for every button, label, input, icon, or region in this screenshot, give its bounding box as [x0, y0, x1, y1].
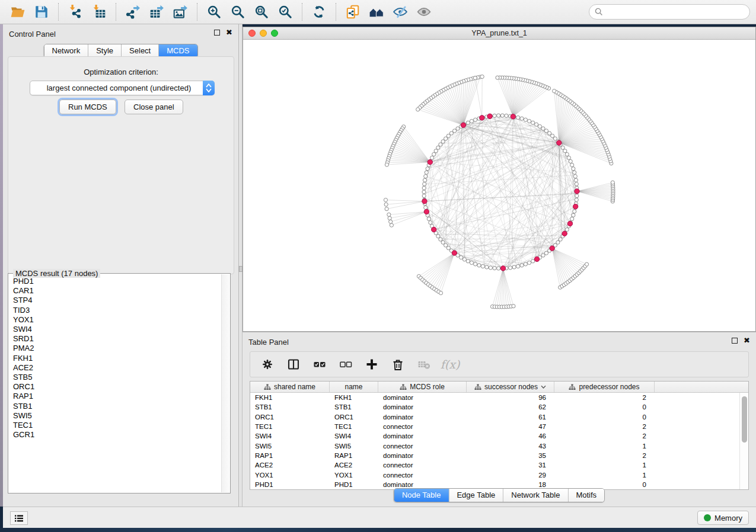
graph-hub-node[interactable] [452, 251, 457, 255]
mcds-result-item[interactable]: CAR1 [13, 286, 221, 296]
mcds-list-scrollbar[interactable] [221, 274, 229, 492]
graph-node[interactable] [573, 171, 576, 174]
mcds-result-item[interactable]: TID3 [13, 306, 221, 315]
graph-hub-node[interactable] [557, 140, 562, 145]
graph-node[interactable] [575, 194, 579, 198]
graph-node[interactable] [516, 116, 520, 119]
graph-node[interactable] [385, 163, 388, 166]
first-neighbors-button[interactable] [365, 2, 388, 22]
column-header-name[interactable]: name [330, 382, 378, 392]
table-row[interactable]: SWI4SWI4dominator462 [250, 431, 739, 441]
graph-node[interactable] [535, 123, 538, 126]
graph-node[interactable] [574, 178, 578, 182]
graph-node[interactable] [452, 129, 456, 133]
graph-node[interactable] [385, 207, 388, 211]
column-header-MCDS-role[interactable]: MCDS role [378, 382, 467, 392]
column-header-predecessor-nodes[interactable]: predecessor nodes [554, 382, 655, 392]
table-row[interactable]: ORC1ORC1dominator610 [250, 412, 739, 422]
graph-node[interactable] [548, 132, 551, 135]
graph-node[interactable] [565, 152, 569, 156]
graph-node[interactable] [573, 210, 576, 213]
graph-node[interactable] [585, 262, 588, 266]
graph-node[interactable] [500, 114, 504, 117]
graph-node[interactable] [516, 264, 520, 268]
tab-network[interactable]: Network [44, 44, 88, 57]
graph-node[interactable] [512, 265, 516, 269]
graph-node[interactable] [426, 167, 429, 171]
table-row[interactable]: ACE2ACE2connector311 [250, 460, 739, 470]
mcds-result-item[interactable]: STP4 [13, 296, 221, 305]
graph-node[interactable] [527, 119, 531, 123]
graph-node[interactable] [432, 152, 436, 156]
column-header-shared-name[interactable]: shared name [250, 382, 330, 392]
graph-node[interactable] [387, 213, 391, 216]
table-scrollbar[interactable] [739, 393, 748, 489]
hide-selected-button[interactable] [388, 2, 412, 22]
graph-hub-node[interactable] [511, 114, 515, 119]
column-header-successor-nodes[interactable]: successor nodes [467, 382, 554, 392]
graph-node[interactable] [570, 163, 574, 166]
select-all-rows-button[interactable] [311, 354, 328, 374]
zoom-selected-button[interactable] [273, 2, 297, 22]
mcds-result-item[interactable]: STB1 [13, 402, 221, 411]
graph-node[interactable] [462, 258, 466, 261]
mcds-result-item[interactable]: ACE2 [13, 363, 221, 373]
mcds-result-item[interactable]: PMA2 [13, 344, 221, 353]
mcds-result-item[interactable]: YOX1 [13, 315, 221, 325]
graph-node[interactable] [567, 156, 570, 159]
float-panel-icon[interactable] [214, 30, 220, 36]
graph-node[interactable] [389, 220, 393, 223]
memory-button[interactable]: Memory [697, 511, 749, 525]
graph-node[interactable] [430, 156, 434, 159]
table-row[interactable]: STB1STB1dominator620 [250, 402, 739, 412]
graph-node[interactable] [493, 267, 496, 270]
graph-node[interactable] [474, 262, 477, 266]
tab-style[interactable]: Style [88, 44, 122, 57]
mcds-result-item[interactable]: FKH1 [13, 354, 221, 363]
graph-node[interactable] [527, 261, 531, 264]
tab-network-table[interactable]: Network Table [503, 489, 568, 502]
graph-hub-node[interactable] [487, 114, 492, 118]
graph-node[interactable] [480, 75, 484, 78]
graph-node[interactable] [497, 267, 500, 270]
save-session-button[interactable] [30, 2, 53, 22]
mcds-result-item[interactable]: ORC1 [13, 382, 221, 392]
add-column-button[interactable] [363, 354, 381, 374]
import-network-button[interactable] [63, 2, 87, 22]
graph-node[interactable] [575, 198, 578, 201]
graph-node[interactable] [439, 291, 442, 295]
graph-node[interactable] [477, 264, 481, 267]
mcds-result-item[interactable]: GCR1 [13, 430, 221, 440]
graph-node[interactable] [427, 217, 430, 220]
tab-motifs[interactable]: Motifs [568, 489, 604, 502]
graph-node[interactable] [572, 167, 575, 171]
graph-node[interactable] [422, 186, 426, 190]
float-table-panel-icon[interactable] [732, 338, 738, 344]
graph-node[interactable] [520, 117, 524, 120]
window-close-icon[interactable] [248, 30, 256, 37]
graph-node[interactable] [493, 114, 496, 117]
export-table-button[interactable] [145, 2, 168, 22]
window-maximize-icon[interactable] [271, 30, 278, 37]
graph-node[interactable] [565, 227, 569, 231]
graph-hub-node[interactable] [432, 227, 436, 232]
graph-hub-node[interactable] [461, 123, 465, 127]
graph-node[interactable] [561, 146, 564, 149]
run-mcds-button[interactable]: Run MCDS [59, 100, 116, 114]
export-network-button[interactable] [121, 2, 145, 22]
table-row[interactable]: YOX1YOX1connector291 [250, 470, 739, 479]
network-graph[interactable] [243, 40, 755, 331]
mcds-result-item[interactable]: SWI5 [13, 411, 221, 421]
graph-node[interactable] [456, 127, 460, 130]
graph-node[interactable] [569, 159, 572, 163]
graph-node[interactable] [544, 251, 548, 255]
import-table-button[interactable] [87, 2, 111, 22]
delete-table-button[interactable] [415, 354, 433, 374]
graph-node[interactable] [424, 206, 428, 209]
graph-node[interactable] [559, 238, 562, 241]
tab-edge-table[interactable]: Edge Table [449, 489, 503, 502]
graph-node[interactable] [390, 223, 393, 227]
graph-node[interactable] [384, 203, 388, 206]
graph-node[interactable] [474, 118, 477, 121]
close-panel-icon[interactable]: ✖ [226, 30, 232, 36]
